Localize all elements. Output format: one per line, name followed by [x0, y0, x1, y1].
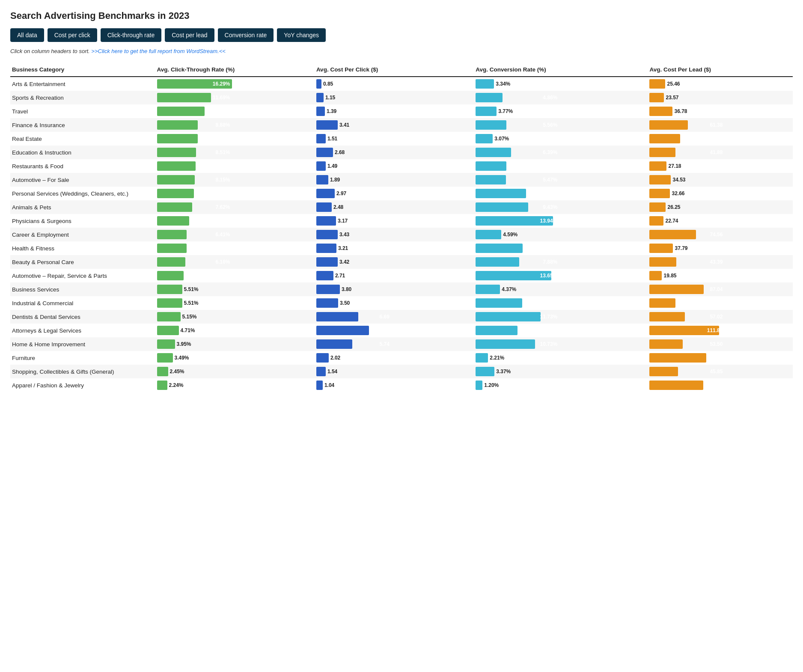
cell-ctr: 2.24%: [155, 378, 315, 392]
table-row: Restaurants & Food8.37%1.495.50%27.18: [10, 159, 793, 173]
cell-cvr: 5.56%: [474, 118, 648, 132]
cell-ctr: 4.71%: [155, 324, 315, 337]
cell-ctr: 6.16%: [155, 255, 315, 269]
cell-cvr: 6.39%: [474, 146, 648, 159]
cell-cpc: 3.17: [315, 214, 474, 228]
cell-cpl: 87.04: [648, 282, 793, 296]
cell-cpc: 1.54: [315, 365, 474, 378]
table-row: Business Services5.51%3.804.37%87.04: [10, 282, 793, 296]
cell-cpc: 2.68: [315, 146, 474, 159]
cell-cpc: 2.02: [315, 351, 474, 365]
cell-cpl: 36.78: [648, 104, 793, 118]
col-header-cvr[interactable]: Avg. Conversion Rate (%): [474, 63, 648, 77]
cell-cpl: 49.25: [648, 132, 793, 146]
table-row: Automotive – Repair, Service & Parts5.75…: [10, 269, 793, 282]
col-header-ctr[interactable]: Avg. Click-Through Rate (%): [155, 63, 315, 77]
cell-ctr: 8.85%: [155, 132, 315, 146]
cell-ctr: 5.15%: [155, 310, 315, 324]
table-row: Furniture3.49%2.022.21%91.47: [10, 351, 793, 365]
cell-category: Attorneys & Legal Services: [10, 324, 155, 337]
col-header-cpc[interactable]: Avg. Cost Per Click ($): [315, 63, 474, 77]
cell-cpc: 1.49: [315, 159, 474, 173]
cell-cpl: 43.39: [648, 255, 793, 269]
cell-ctr: 3.49%: [155, 351, 315, 365]
cell-cpl: 61.38: [648, 118, 793, 132]
table-row: Health & Fitness6.39%3.218.49%37.79: [10, 241, 793, 255]
cell-cvr: 3.77%: [474, 104, 648, 118]
cell-category: Furniture: [10, 351, 155, 365]
cell-category: Animals & Pets: [10, 200, 155, 214]
cell-category: Restaurants & Food: [10, 159, 155, 173]
cell-cpl: 74.56: [648, 228, 793, 241]
cell-cpl: 23.57: [648, 91, 793, 104]
cell-cpc: 1.39: [315, 104, 474, 118]
cell-cpc: 1.15: [315, 91, 474, 104]
col-header-cpl[interactable]: Avg. Cost Per Lead ($): [648, 63, 793, 77]
cell-ctr: 8.15%: [155, 173, 315, 187]
cell-cpl: 34.53: [648, 173, 793, 187]
cell-ctr: 6.41%: [155, 228, 315, 241]
cell-cvr: 3.37%: [474, 365, 648, 378]
tab-btn-conversion-rate[interactable]: Conversion rate: [218, 28, 274, 42]
cell-category: Finance & Insurance: [10, 118, 155, 132]
tab-btn-click-through-rate[interactable]: Click-through rate: [101, 28, 162, 42]
table-row: Dentists & Dental Services5.15%6.6911.73…: [10, 310, 793, 324]
cell-cpc: 8.46: [315, 324, 474, 337]
cell-category: Travel: [10, 104, 155, 118]
cell-ctr: 5.51%: [155, 282, 315, 296]
cell-ctr: 11.69%: [155, 91, 315, 104]
page-title: Search Advertising Benchmarks in 2023: [10, 10, 793, 21]
tab-btn-cost-per-lead[interactable]: Cost per lead: [165, 28, 214, 42]
cell-cvr: 9.10%: [474, 187, 648, 200]
cell-ctr: 7.00%: [155, 214, 315, 228]
table-row: Arts & Entertainment16.29%0.853.34%25.46: [10, 77, 793, 91]
cell-ctr: 5.51%: [155, 296, 315, 310]
table-row: Shopping, Collectibles & Gifts (General)…: [10, 365, 793, 378]
tab-btn-yoy-changes[interactable]: YoY changes: [277, 28, 326, 42]
table-row: Physicians & Surgeons7.00%3.1713.94%22.7…: [10, 214, 793, 228]
cell-ctr: 7.96%: [155, 187, 315, 200]
cell-category: Real Estate: [10, 132, 155, 146]
cell-cpc: 1.04: [315, 378, 474, 392]
cell-ctr: 6.39%: [155, 241, 315, 255]
table-row: Finance & Insurance8.88%3.415.56%61.38: [10, 118, 793, 132]
cell-category: Education & Instruction: [10, 146, 155, 159]
table-row: Home & Home Improvement3.95%5.7410.73%53…: [10, 337, 793, 351]
cell-cvr: 7.88%: [474, 255, 648, 269]
full-report-link[interactable]: >>Click here to get the full report from…: [91, 48, 226, 54]
table-row: Education & Instruction8.51%2.686.39%41.…: [10, 146, 793, 159]
tab-bar: All dataCost per clickClick-through rate…: [10, 28, 793, 42]
cell-cpc: 3.42: [315, 255, 474, 269]
table-row: Attorneys & Legal Services4.71%8.467.56%…: [10, 324, 793, 337]
tab-btn-all-data[interactable]: All data: [10, 28, 44, 42]
table-row: Industrial & Commercial5.51%3.508.41%41.…: [10, 296, 793, 310]
cell-cvr: 4.37%: [474, 282, 648, 296]
cell-cvr: 13.65%: [474, 269, 648, 282]
cell-cpl: 45.85: [648, 365, 793, 378]
tab-btn-cost-per-click[interactable]: Cost per click: [48, 28, 97, 42]
cell-cpl: 27.18: [648, 159, 793, 173]
table-row: Automotive – For Sale8.15%1.895.47%34.53: [10, 173, 793, 187]
cell-ctr: 10.29%: [155, 104, 315, 118]
cell-cvr: 8.41%: [474, 296, 648, 310]
cell-cpc: 3.50: [315, 296, 474, 310]
cell-cvr: 3.34%: [474, 77, 648, 91]
cell-cpc: 1.89: [315, 173, 474, 187]
cell-category: Business Services: [10, 282, 155, 296]
cell-category: Shopping, Collectibles & Gifts (General): [10, 365, 155, 378]
table-row: Animals & Pets7.62%2.489.43%26.25: [10, 200, 793, 214]
cell-cvr: 5.50%: [474, 159, 648, 173]
cell-category: Arts & Entertainment: [10, 77, 155, 91]
cell-cpc: 0.85: [315, 77, 474, 91]
cell-cpl: 91.47: [648, 351, 793, 365]
col-header-category[interactable]: Business Category: [10, 63, 155, 77]
cell-cvr: 10.73%: [474, 337, 648, 351]
cell-cpl: 25.46: [648, 77, 793, 91]
cell-ctr: 2.45%: [155, 365, 315, 378]
cell-category: Physicians & Surgeons: [10, 214, 155, 228]
cell-ctr: 8.51%: [155, 146, 315, 159]
cell-category: Beauty & Personal Care: [10, 255, 155, 269]
cell-cpl: 32.66: [648, 187, 793, 200]
note: Click on column headers to sort. >>Click…: [10, 48, 793, 54]
cell-cpc: 3.80: [315, 282, 474, 296]
